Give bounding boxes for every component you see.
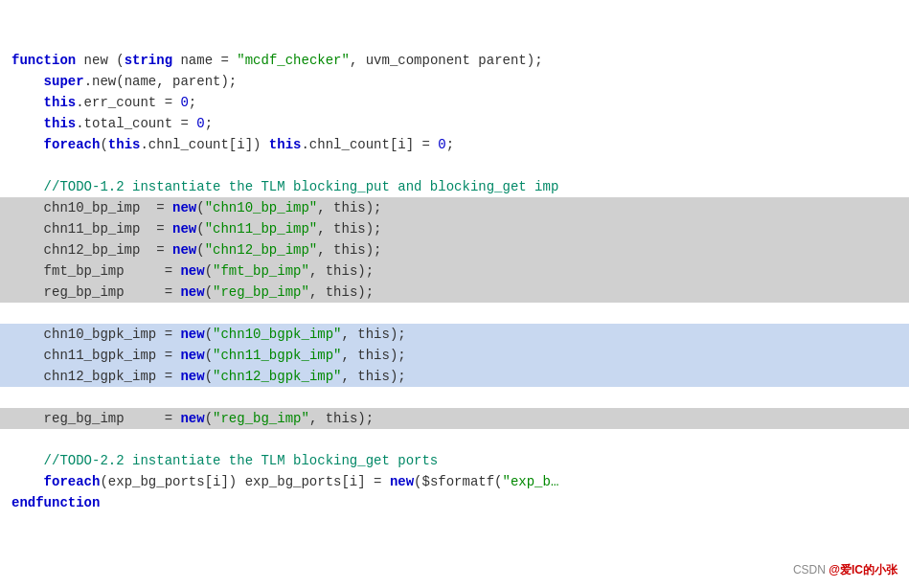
code-line: reg_bg_imp = new("reg_bg_imp", this);: [0, 408, 909, 429]
code-line: this.err_count = 0;: [0, 92, 909, 113]
code-line: super.new(name, parent);: [0, 71, 909, 92]
code-line: foreach(exp_bg_ports[i]) exp_bg_ports[i]…: [0, 471, 909, 492]
code-line: [0, 155, 909, 176]
code-editor: function new (string name = "mcdf_checke…: [0, 0, 909, 588]
code-line: this.total_count = 0;: [0, 113, 909, 134]
code-line: [0, 429, 909, 450]
code-line: foreach(this.chnl_count[i]) this.chnl_co…: [0, 134, 909, 155]
code-line: [0, 303, 909, 324]
code-line: function new (string name = "mcdf_checke…: [0, 50, 909, 71]
code-line: [0, 387, 909, 408]
code-line: chn12_bgpk_imp = new("chn12_bgpk_imp", t…: [0, 366, 909, 387]
code-line: //TODO-2.2 instantiate the TLM blocking_…: [0, 450, 909, 471]
watermark: CSDN @爱IC的小张: [793, 562, 898, 578]
code-line: chn10_bp_imp = new("chn10_bp_imp", this)…: [0, 197, 909, 218]
code-line: chn11_bgpk_imp = new("chn11_bgpk_imp", t…: [0, 345, 909, 366]
code-line: fmt_bp_imp = new("fmt_bp_imp", this);: [0, 260, 909, 282]
code-line: chn10_bgpk_imp = new("chn10_bgpk_imp", t…: [0, 324, 909, 345]
code-line: endfunction: [0, 492, 909, 513]
code-line: reg_bp_imp = new("reg_bp_imp", this);: [0, 282, 909, 303]
code-line: chn11_bp_imp = new("chn11_bp_imp", this)…: [0, 218, 909, 239]
code-line: chn12_bp_imp = new("chn12_bp_imp", this)…: [0, 239, 909, 260]
code-content: function new (string name = "mcdf_checke…: [0, 0, 909, 521]
code-line: //TODO-1.2 instantiate the TLM blocking_…: [0, 176, 909, 197]
